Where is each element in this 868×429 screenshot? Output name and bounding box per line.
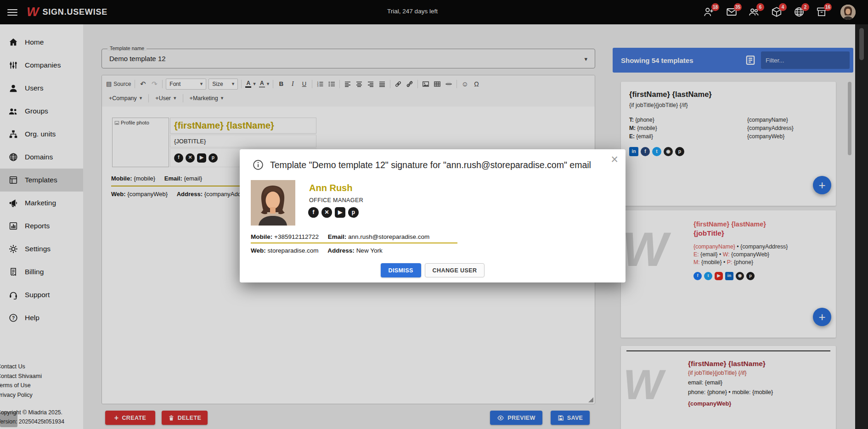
- signature-divider: [251, 243, 457, 243]
- signature-contact-line-1: Mobile: +385912112722 Email: ann.rush@st…: [251, 233, 429, 240]
- mobile-label: Mobile:: [251, 233, 272, 240]
- youtube-icon: ▶: [335, 207, 345, 218]
- facebook-icon: f: [308, 207, 319, 218]
- dialog-title: Template "Demo template 12" signature fo…: [270, 160, 591, 170]
- signature-user-jobtitle: OFFICE MANAGER: [309, 197, 363, 203]
- web-label: Web:: [251, 247, 266, 254]
- close-icon[interactable]: ×: [611, 152, 618, 167]
- web-value: storeparadise.com: [268, 247, 319, 254]
- dismiss-button[interactable]: DISMISS: [381, 263, 421, 277]
- signature-contact-line-2: Web: storeparadise.com Address: New York: [251, 247, 383, 254]
- email-value: ann.rush@storeparadise.com: [348, 233, 429, 240]
- signature-photo: [251, 180, 295, 226]
- change-user-button[interactable]: CHANGE USER: [425, 263, 485, 277]
- signature-preview-dialog: Template "Demo template 12" signature fo…: [240, 149, 626, 282]
- pinterest-icon: p: [348, 207, 359, 218]
- x-icon: ✕: [321, 207, 332, 218]
- signature-social-icons: f✕▶p: [308, 207, 359, 218]
- address-value: New York: [356, 247, 383, 254]
- mobile-value: +385912112722: [274, 233, 319, 240]
- address-label: Address:: [327, 247, 355, 254]
- info-icon: [253, 159, 264, 170]
- email-label: Email:: [328, 233, 347, 240]
- signature-user-name: Ann Rush: [309, 183, 352, 193]
